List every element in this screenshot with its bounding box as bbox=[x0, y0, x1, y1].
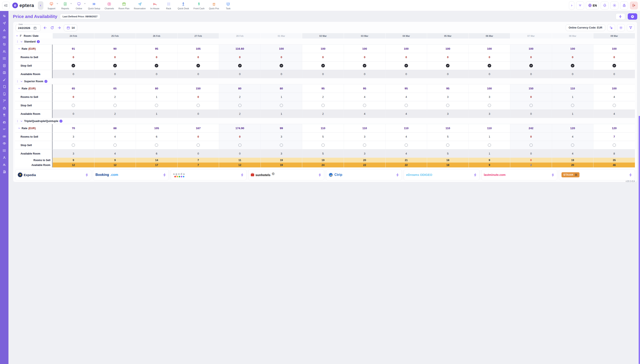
cell-superior-room-stop-sell-02-mar[interactable] bbox=[302, 101, 320, 110]
sidebar-item-restaurant-cutlery[interactable] bbox=[3, 113, 6, 117]
chevron-down-icon[interactable] bbox=[18, 47, 21, 50]
summary-cell-available-room-28-feb[interactable]: 12 bbox=[219, 162, 261, 168]
cell-standard-rate-28-feb[interactable]: 116.60 bbox=[219, 44, 261, 53]
sidebar-item-task-list[interactable] bbox=[3, 149, 6, 152]
summary-cell-rooms-to-sell-27-feb[interactable]: 7 bbox=[177, 158, 219, 162]
summary-cell-rooms-to-sell-24-feb[interactable]: 9 bbox=[53, 158, 94, 162]
summary-cell-rooms-to-sell-25-feb[interactable]: 9 bbox=[94, 158, 136, 162]
cell-standard-stop-sell-28-feb[interactable] bbox=[219, 62, 261, 70]
cell-superior-room-rate-01-mar[interactable]: 80 bbox=[261, 84, 302, 92]
summary-cell-available-room-25-feb[interactable]: 12 bbox=[94, 162, 136, 168]
cell-standard-rooms-to-sell-28-feb[interactable]: 0 bbox=[219, 53, 261, 61]
cell-triple-quadruple-quintuple-stop-sell-24-feb[interactable] bbox=[53, 141, 94, 149]
stop-sell-unchecked-icon[interactable] bbox=[155, 104, 158, 107]
drag-handle-icon[interactable] bbox=[16, 120, 19, 123]
chevron-down-icon[interactable] bbox=[20, 80, 23, 83]
cell-triple-quadruple-quintuple-available-room-25-feb[interactable]: 4 bbox=[94, 150, 136, 158]
refresh-button[interactable] bbox=[50, 25, 55, 30]
stop-sell-checked-icon[interactable] bbox=[113, 64, 117, 68]
cell-superior-room-available-room-02-mar[interactable]: 2 bbox=[302, 110, 320, 118]
cell-triple-quadruple-quintuple-stop-sell-01-mar[interactable] bbox=[261, 141, 302, 149]
cell-triple-quadruple-quintuple-rooms-to-sell-01-mar[interactable]: 3 bbox=[261, 132, 302, 141]
cell-superior-room-rooms-to-sell-28-feb[interactable]: 2 bbox=[219, 93, 261, 101]
cell-standard-stop-sell-01-mar[interactable] bbox=[261, 62, 302, 70]
date-header-25-feb[interactable]: 25 Feb bbox=[94, 33, 136, 38]
cell-superior-room-available-room-24-feb[interactable]: 0 bbox=[53, 110, 94, 118]
info-icon[interactable]: i bbox=[37, 40, 40, 43]
lightning-icon[interactable] bbox=[318, 173, 320, 177]
sort-icon[interactable] bbox=[20, 34, 23, 38]
stop-sell-checked-icon[interactable] bbox=[155, 64, 158, 68]
date-header-28-feb[interactable]: 28 Feb bbox=[219, 33, 261, 38]
sidebar-item-folio-book[interactable] bbox=[3, 85, 6, 88]
nav-item-front-cash[interactable]: Front Cash bbox=[193, 1, 204, 10]
cell-triple-quadruple-quintuple-stop-sell-28-feb[interactable] bbox=[219, 141, 261, 149]
sidebar-item-company-building[interactable] bbox=[3, 170, 6, 174]
cell-standard-rooms-to-sell-25-feb[interactable]: 0 bbox=[94, 53, 136, 61]
lightning-icon[interactable] bbox=[85, 173, 89, 177]
cell-triple-quadruple-quintuple-rooms-to-sell-24-feb[interactable]: 3 bbox=[53, 132, 94, 141]
cell-triple-quadruple-quintuple-rate-01-mar[interactable]: 99 bbox=[261, 124, 302, 132]
nav-item-reports[interactable]: Reports bbox=[61, 1, 70, 10]
sidebar-item-user[interactable] bbox=[3, 156, 6, 160]
sidebar-item-mobile-device[interactable] bbox=[3, 92, 6, 96]
stop-sell-checked-icon[interactable] bbox=[196, 64, 200, 68]
sidebar-item-user-group[interactable] bbox=[3, 163, 6, 166]
stop-sell-unchecked-icon[interactable] bbox=[238, 104, 242, 107]
cell-standard-rate-27-feb[interactable]: 105 bbox=[177, 44, 219, 53]
stop-sell-unchecked-icon[interactable] bbox=[155, 144, 158, 147]
cell-standard-available-room-26-feb[interactable]: 0 bbox=[136, 70, 177, 78]
nav-item-quick-pos[interactable]: Quick Pos bbox=[209, 1, 219, 10]
info-icon[interactable]: i bbox=[45, 80, 47, 83]
cell-triple-quadruple-quintuple-available-room-01-mar[interactable]: 3 bbox=[261, 150, 302, 158]
date-header-01-mar[interactable]: 01 Mar bbox=[261, 33, 302, 38]
cell-superior-room-rate-27-feb[interactable]: 150 bbox=[177, 84, 219, 92]
nav-item-rack[interactable]: Rack bbox=[164, 1, 173, 10]
cell-superior-room-rate-26-feb[interactable]: 80 bbox=[136, 84, 177, 92]
next-period-button[interactable] bbox=[57, 25, 62, 30]
cell-standard-available-room-02-mar[interactable]: 0 bbox=[302, 70, 320, 78]
cell-standard-stop-sell-24-feb[interactable] bbox=[53, 62, 94, 70]
sidebar-item-cash-register[interactable] bbox=[3, 120, 6, 124]
stop-sell-unchecked-icon[interactable] bbox=[113, 144, 117, 147]
sidebar-item-night-audit-moon[interactable] bbox=[3, 42, 6, 46]
cell-superior-room-rate-25-feb[interactable]: 65 bbox=[94, 84, 136, 92]
nav-item-task[interactable]: Task bbox=[224, 1, 233, 10]
stop-sell-unchecked-icon[interactable] bbox=[280, 104, 283, 107]
nav-item-quick-desk[interactable]: Quick Desk bbox=[178, 1, 189, 10]
stop-sell-checked-icon[interactable] bbox=[72, 64, 75, 68]
cell-superior-room-stop-sell-27-feb[interactable] bbox=[177, 101, 219, 110]
lightning-icon[interactable] bbox=[241, 173, 244, 177]
room-date-header-cell[interactable]: Room / Date bbox=[15, 33, 53, 38]
stop-sell-unchecked-icon[interactable] bbox=[113, 104, 117, 107]
chevron-down-icon[interactable] bbox=[20, 120, 23, 122]
drag-handle-icon[interactable] bbox=[16, 80, 19, 83]
cell-superior-room-available-room-28-feb[interactable]: 2 bbox=[219, 110, 261, 118]
channel-card-agoda[interactable]: agoda bbox=[171, 169, 247, 180]
cell-triple-quadruple-quintuple-rooms-to-sell-27-feb[interactable]: 0 bbox=[177, 132, 219, 141]
channel-card-expedia[interactable]: Expedia bbox=[15, 169, 91, 180]
cell-superior-room-available-room-25-feb[interactable]: 2 bbox=[94, 110, 136, 118]
chevron-down-icon[interactable] bbox=[20, 40, 23, 43]
cell-superior-room-rooms-to-sell-01-mar[interactable]: 1 bbox=[261, 93, 302, 101]
date-header-26-feb[interactable]: 26 Feb bbox=[136, 33, 177, 38]
cell-triple-quadruple-quintuple-rate-27-feb[interactable]: 167 bbox=[177, 124, 219, 132]
cell-standard-rate-24-feb[interactable]: 91 bbox=[53, 44, 94, 53]
cell-standard-available-room-24-feb[interactable]: 0 bbox=[53, 70, 94, 78]
date-input[interactable]: Date 24/2/2026 bbox=[16, 24, 41, 31]
section-header-superior-room[interactable]: Superior Roomi bbox=[15, 79, 320, 84]
cell-triple-quadruple-quintuple-available-room-24-feb[interactable]: 3 bbox=[53, 150, 94, 158]
cell-standard-available-room-01-mar[interactable]: 0 bbox=[261, 70, 302, 78]
summary-cell-available-room-24-feb[interactable]: 12 bbox=[53, 162, 94, 168]
drag-handle-icon[interactable] bbox=[16, 40, 19, 43]
nav-item-reservation[interactable]: Reservation bbox=[134, 1, 146, 10]
cell-superior-room-rooms-to-sell-26-feb[interactable]: 1 bbox=[136, 93, 177, 101]
cell-superior-room-stop-sell-25-feb[interactable] bbox=[94, 101, 136, 110]
cell-triple-quadruple-quintuple-rate-28-feb[interactable]: 174.90 bbox=[219, 124, 261, 132]
stop-sell-checked-icon[interactable] bbox=[238, 64, 242, 68]
channel-card-booking[interactable]: Booking.com bbox=[93, 169, 169, 180]
cell-standard-rooms-to-sell-26-feb[interactable]: 0 bbox=[136, 53, 177, 61]
calendar-icon[interactable] bbox=[33, 26, 37, 30]
sidebar-item-banknote[interactable] bbox=[3, 135, 6, 138]
lightning-icon[interactable] bbox=[163, 173, 166, 177]
